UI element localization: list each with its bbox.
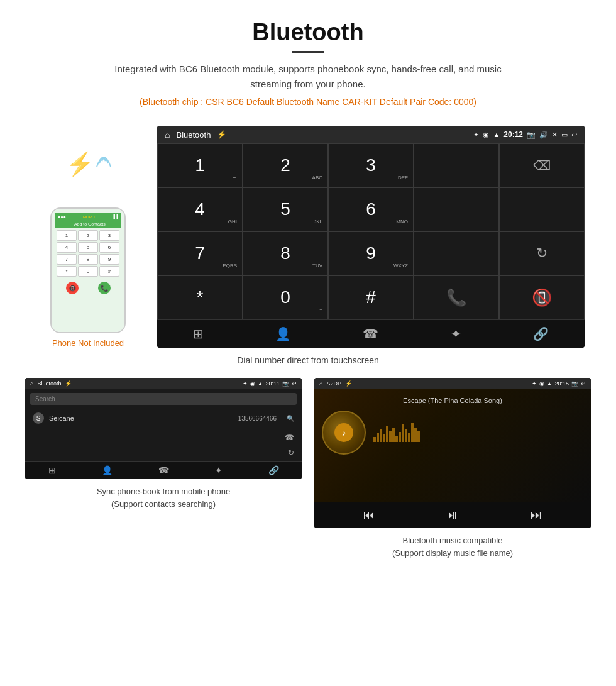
car-screen-container: ⌂ Bluetooth ⚡ ✦ ◉ ▲ 20:12 📷 🔊 ✕ ▭ ↩ <box>157 126 585 348</box>
refresh-icon-side[interactable]: ↻ <box>288 448 294 457</box>
search-icon-right[interactable]: 🔍 <box>287 415 294 422</box>
bt-status-icon: ✦ <box>473 131 479 139</box>
music-usb-icon: ⚡ <box>345 380 352 387</box>
viz-bar <box>386 426 388 442</box>
status-bar-title: Bluetooth <box>176 130 211 140</box>
mini-title-left: Bluetooth <box>37 380 61 387</box>
dial-key-5[interactable]: 5 JKL <box>243 187 328 231</box>
music-back-icon: ↩ <box>581 380 586 387</box>
dial-key-3[interactable]: 3 DEF <box>328 143 414 187</box>
mini-status-bar-right: ⌂ A2DP ⚡ ✦ ◉ ▲ 20:15 📷 ↩ <box>314 378 591 389</box>
phone-icon-side[interactable]: ☎ <box>285 433 294 442</box>
music-content: Escape (The Pina Colada Song) ♪ <box>314 389 591 502</box>
dial-key-1[interactable]: 1 ∽ <box>157 143 243 187</box>
toolbar-link-icon[interactable]: 🔗 <box>533 326 549 341</box>
page-description: Integrated with BC6 Bluetooth module, su… <box>107 62 509 92</box>
music-controls: ⏮ ⏯ ⏭ <box>314 502 591 528</box>
location-icon: ◉ <box>483 131 489 139</box>
mini-phone-icon[interactable]: ☎ <box>158 465 169 475</box>
page-header: Bluetooth Integrated with BC6 Bluetooth … <box>0 0 616 126</box>
bt-music-icon: ♪ <box>342 428 346 438</box>
phone-call-btn: 📞 <box>98 282 111 294</box>
phone-key-7: 7 <box>57 254 77 265</box>
dial-caption: Dial number direct from touchscreen <box>0 355 616 365</box>
phonebook-screen: ⌂ Bluetooth ⚡ ✦ ◉ ▲ 20:11 📷 ↩ Search S <box>25 378 302 479</box>
play-pause-btn[interactable]: ⏯ <box>447 509 458 522</box>
mini-bt-toolbar-icon[interactable]: ✦ <box>215 465 223 475</box>
music-block: ⌂ A2DP ⚡ ✦ ◉ ▲ 20:15 📷 ↩ Escape (The Pin… <box>314 378 591 559</box>
mini-status-right: ✦ ◉ ▲ 20:11 📷 ↩ <box>243 380 297 387</box>
search-bar[interactable]: Search <box>30 393 297 405</box>
phone-key-3: 3 <box>99 230 119 241</box>
dial-refresh[interactable]: ↻ <box>499 231 585 275</box>
dial-key-hash[interactable]: # <box>328 275 414 319</box>
song-title: Escape (The Pina Colada Song) <box>403 397 502 404</box>
dial-key-star[interactable]: * <box>157 275 243 319</box>
phone-key-6: 6 <box>99 242 119 253</box>
toolbar-person-icon[interactable]: 👤 <box>275 326 291 341</box>
mini-status-bar-left: ⌂ Bluetooth ⚡ ✦ ◉ ▲ 20:11 📷 ↩ <box>25 378 302 389</box>
phone-side: ⚡ ●●● MORO ▐▐ + Add to Contacts 1 <box>31 126 145 348</box>
phone-key-9: 9 <box>99 254 119 265</box>
mini-grid-icon[interactable]: ⊞ <box>48 465 56 475</box>
music-main-area: ♪ <box>322 411 583 455</box>
dial-backspace[interactable]: ⌫ <box>499 143 585 187</box>
music-visualizer <box>373 423 583 442</box>
music-wifi-icon: ▲ <box>547 380 553 387</box>
page-title: Bluetooth <box>13 19 603 46</box>
dial-key-2[interactable]: 2 ABC <box>243 143 328 187</box>
contact-number: 13566664466 <box>238 415 277 422</box>
phone-keypad: 1 2 3 4 5 6 7 8 9 * 0 # <box>55 228 121 279</box>
mini-loc-icon: ◉ <box>250 380 255 387</box>
dial-key-9[interactable]: 9 WXYZ <box>328 231 414 275</box>
phone-key-0: 0 <box>78 266 98 277</box>
phone-mockup: ●●● MORO ▐▐ + Add to Contacts 1 2 3 4 5 … <box>50 207 126 333</box>
dial-key-6[interactable]: 6 MNO <box>328 187 414 231</box>
dial-empty-4 <box>414 231 499 275</box>
viz-bar <box>399 432 401 442</box>
viz-row-1 <box>373 423 583 442</box>
toolbar-bluetooth-icon[interactable]: ✦ <box>451 326 461 341</box>
mini-person-icon[interactable]: 👤 <box>102 465 113 475</box>
music-home-icon: ⌂ <box>319 380 322 387</box>
phone-screen-header: ●●● MORO ▐▐ <box>55 213 121 221</box>
dial-key-4[interactable]: 4 GHI <box>157 187 243 231</box>
phone-screen: ●●● MORO ▐▐ + Add to Contacts 1 2 3 4 5 … <box>52 209 124 332</box>
dial-key-8[interactable]: 8 TUV <box>243 231 328 275</box>
music-bt-icon: ✦ <box>532 380 537 387</box>
usb-icon: ⚡ <box>217 130 226 139</box>
phone-not-included-label: Phone Not Included <box>52 338 124 348</box>
music-screen: ⌂ A2DP ⚡ ✦ ◉ ▲ 20:15 📷 ↩ Escape (The Pin… <box>314 378 591 528</box>
mini-time-left: 20:11 <box>265 380 280 387</box>
viz-bar <box>411 423 414 442</box>
mini-usb-icon: ⚡ <box>65 380 72 387</box>
toolbar-grid-icon[interactable]: ⊞ <box>193 326 204 341</box>
mini-phonebook-content: Search S Seicane 13566664466 🔍 ☎ ↻ <box>25 389 302 461</box>
viz-bar <box>392 428 395 442</box>
call-red-icon: 📵 <box>532 288 552 307</box>
mini-status-left: ⌂ Bluetooth ⚡ <box>30 380 72 387</box>
viz-bar <box>417 431 420 442</box>
dial-call-red[interactable]: 📵 <box>499 275 585 319</box>
toolbar-phone-icon[interactable]: ☎ <box>363 326 378 341</box>
music-title: A2DP <box>326 380 341 387</box>
next-btn[interactable]: ⏭ <box>531 509 542 522</box>
prev-btn[interactable]: ⏮ <box>363 509 375 522</box>
viz-bar <box>405 429 407 442</box>
wifi-icon <box>94 145 113 174</box>
music-loc-icon: ◉ <box>539 380 544 387</box>
dial-call-green[interactable]: 📞 <box>414 275 499 319</box>
car-screen: ⌂ Bluetooth ⚡ ✦ ◉ ▲ 20:12 📷 🔊 ✕ ▭ ↩ <box>157 126 585 348</box>
mini-link-icon[interactable]: 🔗 <box>268 465 279 475</box>
dial-key-7[interactable]: 7 PQRS <box>157 231 243 275</box>
phonebook-block: ⌂ Bluetooth ⚡ ✦ ◉ ▲ 20:11 📷 ↩ Search S <box>25 378 302 559</box>
dialpad-grid: 1 ∽ 2 ABC 3 DEF ⌫ 4 GHI <box>157 143 585 319</box>
dial-key-0[interactable]: 0 + <box>243 275 328 319</box>
phone-key-8: 8 <box>78 254 98 265</box>
phone-key-5: 5 <box>78 242 98 253</box>
music-status-left: ⌂ A2DP ⚡ <box>319 380 352 387</box>
volume-icon: 🔊 <box>539 131 548 139</box>
wifi-status-icon: ▲ <box>493 131 500 138</box>
music-status-right: ✦ ◉ ▲ 20:15 📷 ↩ <box>532 380 586 387</box>
side-icons: ☎ ↻ <box>30 433 297 457</box>
